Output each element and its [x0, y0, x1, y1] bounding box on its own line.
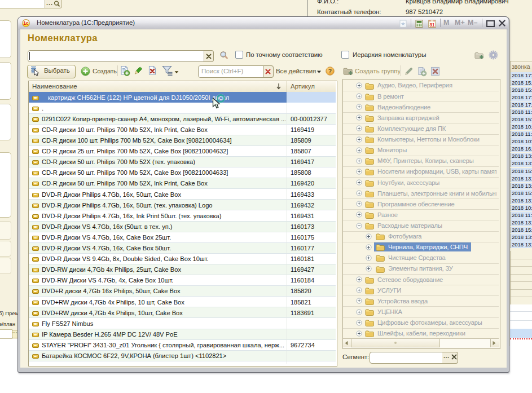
svg-text:1с: 1с	[23, 20, 29, 26]
svg-text:31: 31	[429, 22, 435, 27]
svg-text:?: ?	[328, 68, 332, 74]
